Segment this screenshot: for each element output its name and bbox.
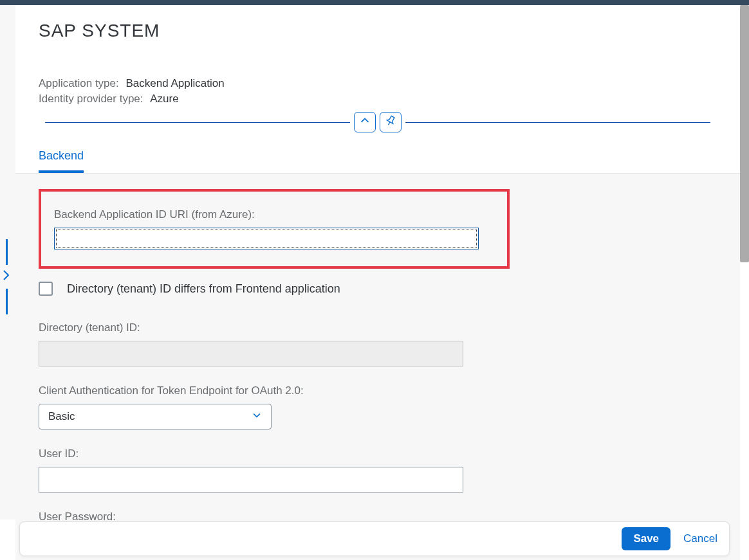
user-id-group: User ID: xyxy=(39,447,717,492)
tenant-diff-checkbox[interactable] xyxy=(39,282,53,296)
client-auth-label: Client Authentication for Token Endpoint… xyxy=(39,384,717,397)
chevron-right-icon xyxy=(1,269,12,285)
tenant-diff-row: Directory (tenant) ID differs from Front… xyxy=(39,282,717,296)
client-auth-group: Client Authentication for Token Endpoint… xyxy=(39,384,717,429)
vertical-scrollbar[interactable] xyxy=(740,5,749,262)
tenant-id-input xyxy=(39,341,463,366)
handle-bar xyxy=(6,289,8,314)
app-type-value: Backend Application xyxy=(125,77,224,89)
top-bar xyxy=(0,0,749,5)
save-button[interactable]: Save xyxy=(622,527,670,550)
collapse-button[interactable] xyxy=(354,112,376,132)
app-type-row: Application type: Backend Application xyxy=(39,77,717,90)
client-auth-select[interactable]: Basic xyxy=(39,404,272,429)
idp-type-label: Identity provider type: xyxy=(39,93,143,105)
highlight-box: Backend Application ID URI (from Azure): xyxy=(39,189,510,269)
divider-line xyxy=(405,122,710,123)
page-title: SAP SYSTEM xyxy=(39,21,717,41)
pin-button[interactable] xyxy=(380,112,402,132)
backend-uri-input[interactable] xyxy=(54,228,479,249)
chevron-down-icon xyxy=(252,410,271,423)
tenant-id-label: Directory (tenant) ID: xyxy=(39,321,717,334)
divider-line xyxy=(45,122,350,123)
chevron-up-icon xyxy=(359,115,371,129)
header-section: SAP SYSTEM Application type: Backend App… xyxy=(15,5,740,132)
side-expand-handle[interactable] xyxy=(0,231,13,321)
footer-bar: Save Cancel xyxy=(19,521,730,556)
page-container: SAP SYSTEM Application type: Backend App… xyxy=(15,5,740,560)
idp-type-row: Identity provider type: Azure xyxy=(39,93,717,105)
handle-bar xyxy=(6,239,8,265)
divider-row xyxy=(39,112,717,132)
client-auth-value: Basic xyxy=(48,410,75,423)
divider-buttons xyxy=(354,112,402,132)
tab-backend[interactable]: Backend xyxy=(39,144,84,173)
app-type-label: Application type: xyxy=(39,77,119,89)
idp-type-value: Azure xyxy=(150,93,178,105)
backend-uri-label: Backend Application ID URI (from Azure): xyxy=(54,208,494,221)
tenant-diff-label: Directory (tenant) ID differs from Front… xyxy=(67,282,340,296)
form-area: Backend Application ID URI (from Azure):… xyxy=(15,174,740,560)
user-id-label: User ID: xyxy=(39,447,717,460)
tab-bar: Backend xyxy=(15,144,740,174)
tenant-id-group: Directory (tenant) ID: xyxy=(39,321,717,366)
user-id-input[interactable] xyxy=(39,467,463,492)
pin-icon xyxy=(385,115,396,129)
cancel-button[interactable]: Cancel xyxy=(683,532,717,545)
